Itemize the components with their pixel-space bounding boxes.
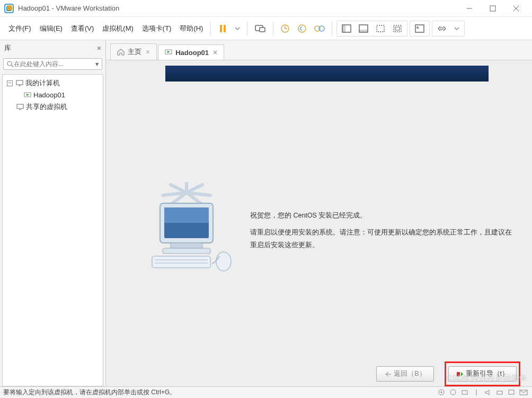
svg-rect-36 [163, 248, 210, 254]
svg-rect-2 [7, 5, 12, 11]
svg-rect-26 [16, 80, 23, 85]
svg-rect-34 [164, 207, 209, 223]
menu-help[interactable]: 帮助(H) [175, 21, 207, 37]
tab-hadoop01[interactable]: Hadoop01 × [158, 44, 224, 60]
svg-rect-19 [377, 25, 384, 32]
tree-label: 共享的虚拟机 [26, 102, 67, 112]
tree-root-mycomputer[interactable]: − 我的计算机 [6, 77, 100, 89]
menu-file[interactable]: 文件(F) [4, 21, 36, 37]
view-fullscreen-button[interactable] [389, 22, 405, 35]
sidebar-title: 库 [4, 43, 97, 53]
snapshot-button[interactable] [277, 22, 293, 35]
tab-close-icon[interactable]: × [213, 48, 217, 57]
search-dropdown-icon[interactable]: ▾ [95, 60, 99, 68]
svg-rect-35 [171, 243, 202, 248]
watermark: CSDN @连胜是我偶像 [446, 373, 527, 383]
shared-icon [16, 104, 24, 110]
computer-illustration-icon [134, 182, 240, 277]
search-input[interactable] [14, 60, 93, 68]
home-icon [117, 49, 125, 56]
view-console-button[interactable] [339, 22, 354, 35]
sidebar-search[interactable]: ▾ [3, 58, 102, 70]
svg-rect-8 [224, 25, 226, 32]
install-message: 祝贺您，您的 CentOS 安装已经完成。 请重启以便使用安装的系统。请注意：可… [250, 210, 515, 251]
view-unity-button[interactable] [373, 22, 388, 35]
menu-tabs[interactable]: 选项卡(T) [138, 21, 176, 37]
tree-label: Hadoop01 [33, 91, 65, 99]
sidebar: 库 × ▾ − 我的计算机 Hadoop01 共享的虚拟机 [0, 40, 106, 386]
svg-point-12 [298, 25, 306, 32]
send-ctrlaltdel-button[interactable] [251, 22, 269, 35]
maximize-button[interactable] [481, 1, 504, 16]
svg-line-25 [11, 65, 13, 67]
tree-shared-vms[interactable]: 共享的虚拟机 [6, 101, 100, 113]
titlebar: Hadoop01 - VMware Workstation [0, 0, 532, 17]
reboot-instruction-text: 请重启以便使用安装的系统。请注意：可使用更新以确定您的系统正常工作，且建议在重启… [250, 227, 515, 252]
app-icon [4, 4, 14, 13]
enter-fullscreen-button[interactable] [412, 22, 428, 35]
tree-collapse-icon[interactable]: − [7, 80, 13, 86]
dropdown-icon[interactable] [232, 22, 243, 35]
svg-rect-21 [395, 27, 400, 30]
pause-button[interactable] [215, 22, 230, 35]
menubar: 文件(F) 编辑(E) 查看(V) 虚拟机(M) 选项卡(T) 帮助(H) [0, 17, 532, 40]
tree-vm-hadoop01[interactable]: Hadoop01 [6, 89, 100, 101]
svg-rect-29 [17, 104, 23, 108]
svg-rect-10 [260, 28, 265, 32]
arrow-left-icon [384, 371, 392, 377]
tree-label: 我的计算机 [25, 78, 60, 88]
button-label: 返回（B） [394, 369, 425, 378]
svg-point-40 [216, 252, 231, 271]
library-tree: − 我的计算机 Hadoop01 共享的虚拟机 [2, 74, 103, 386]
sidebar-close-button[interactable]: × [97, 44, 101, 52]
vm-running-icon [165, 49, 172, 56]
tabbar: 主页 × Hadoop01 × [106, 40, 532, 60]
svg-rect-18 [359, 30, 368, 32]
view-thumbnails-button[interactable] [356, 22, 371, 35]
stretch-button[interactable] [434, 22, 450, 35]
tab-label: 主页 [128, 47, 141, 57]
stretch-dropdown-icon[interactable] [451, 22, 463, 35]
tab-close-icon[interactable]: × [146, 48, 150, 56]
close-button[interactable] [504, 1, 528, 16]
svg-rect-37 [152, 256, 210, 268]
vm-running-icon [24, 92, 31, 98]
svg-rect-23 [441, 28, 443, 30]
svg-rect-16 [342, 25, 345, 32]
menu-vm[interactable]: 虚拟机(M) [98, 21, 138, 37]
tab-home[interactable]: 主页 × [110, 43, 157, 60]
svg-rect-20 [394, 25, 401, 32]
minimize-button[interactable] [458, 1, 481, 16]
installer-header-bar [165, 66, 489, 82]
back-button: 返回（B） [376, 366, 433, 382]
search-icon [7, 61, 14, 68]
svg-rect-7 [220, 25, 222, 32]
congrats-text: 祝贺您，您的 CentOS 安装已经完成。 [250, 210, 515, 222]
svg-point-24 [7, 61, 12, 66]
vm-console-view[interactable]: 祝贺您，您的 CentOS 安装已经完成。 请重启以便使用安装的系统。请注意：可… [106, 60, 532, 386]
menu-view[interactable]: 查看(V) [67, 21, 98, 37]
tab-label: Hadoop01 [175, 49, 209, 57]
snapshot-manager-button[interactable] [311, 22, 328, 35]
svg-rect-4 [490, 6, 495, 11]
monitor-icon [16, 80, 23, 86]
revert-snapshot-button[interactable] [294, 22, 310, 35]
menu-edit[interactable]: 编辑(E) [36, 21, 67, 37]
window-title: Hadoop01 - VMware Workstation [18, 4, 119, 12]
